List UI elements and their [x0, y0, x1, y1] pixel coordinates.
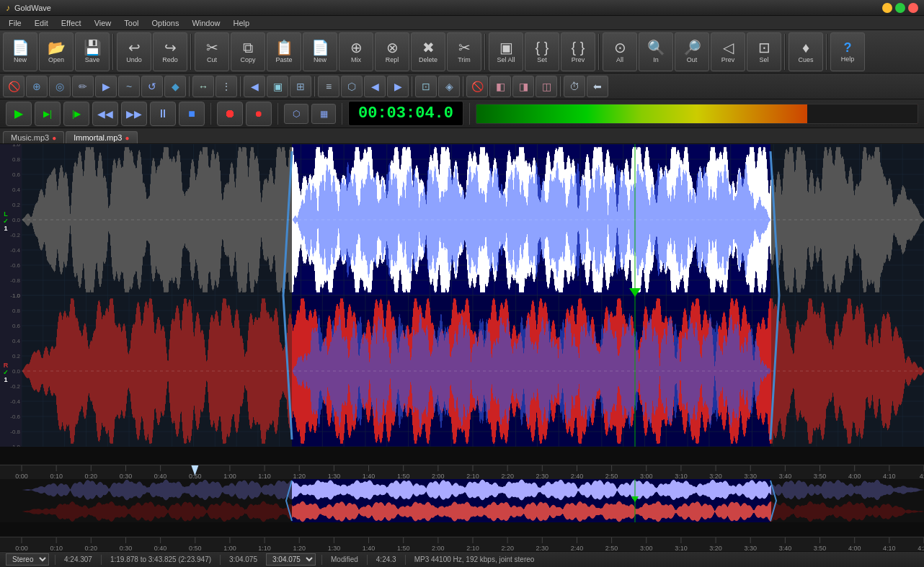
grid-icon[interactable]: ▣ — [267, 76, 288, 97]
tab-immortal[interactable]: Immortal.mp3● — [66, 131, 137, 143]
stop-icon[interactable]: 🚫 — [3, 76, 25, 97]
menu-effect[interactable]: Effect — [55, 17, 87, 29]
tab-music[interactable]: Music.mp3● — [3, 131, 64, 143]
channel-mode-button[interactable]: ⬡ — [284, 104, 308, 124]
play-end-button[interactable]: |▶ — [63, 102, 89, 126]
menu-help[interactable]: Help — [228, 17, 256, 29]
maximize-button[interactable] — [895, 3, 905, 13]
hex-icon[interactable]: ⬡ — [341, 76, 363, 97]
edit-icon[interactable]: ✏ — [72, 76, 94, 97]
play2-icon[interactable]: ▶ — [95, 76, 117, 97]
back-icon[interactable]: ◀ — [244, 76, 265, 97]
new2-btn[interactable]: 📄New — [303, 32, 337, 71]
help-btn[interactable]: ?Help — [830, 32, 865, 71]
sel-btn[interactable]: ⊡Sel — [747, 32, 781, 71]
out-btn[interactable]: 🔎Out — [675, 32, 709, 71]
open-btn[interactable]: 📂Open — [39, 32, 74, 71]
toolbar2-separator — [189, 76, 190, 97]
menu-edit[interactable]: Edit — [29, 17, 54, 29]
save-btn[interactable]: 💾Save — [75, 32, 110, 71]
dots-icon[interactable]: ⋮ — [216, 76, 237, 97]
marker-icon[interactable]: ◈ — [438, 76, 460, 97]
half3-icon[interactable]: ◫ — [536, 76, 557, 97]
tab-close-music[interactable]: ● — [52, 134, 56, 142]
menu-file[interactable]: File — [3, 17, 27, 29]
mode-dropdown[interactable]: Stereo Mono — [6, 553, 49, 566]
position-label: 3:04.075 — [226, 555, 260, 563]
new-btn[interactable]: 📄New — [3, 32, 37, 71]
display-mode-button[interactable]: ▦ — [311, 104, 336, 124]
redo-btn[interactable]: ↪Redo — [153, 32, 187, 71]
rotate-icon[interactable]: ↺ — [141, 76, 163, 97]
sel2-icon[interactable]: ⊡ — [415, 76, 437, 97]
copy-btn[interactable]: ⧉Copy — [231, 32, 265, 71]
menu-icon[interactable]: ≡ — [318, 76, 339, 97]
status-bar: Stereo Mono 4:24.307 1:19.878 to 3:43.82… — [0, 551, 924, 567]
toolbar2-separator — [412, 76, 412, 97]
prev-icon[interactable]: ◀ — [364, 76, 386, 97]
half-icon[interactable]: ◧ — [489, 76, 511, 97]
diamond-icon[interactable]: ◆ — [164, 76, 186, 97]
set-btn[interactable]: { }Set — [525, 32, 559, 71]
mini-waveform-canvas[interactable] — [0, 479, 924, 522]
fast-forward-button[interactable]: ▶▶ — [121, 102, 147, 126]
wave-icon[interactable]: ~ — [118, 76, 140, 97]
plus-icon[interactable]: ⊞ — [290, 76, 311, 97]
waveform-canvas[interactable] — [0, 144, 924, 447]
position-dropdown[interactable]: 3:04.075 — [266, 553, 316, 566]
in-btn[interactable]: 🔍In — [639, 32, 673, 71]
record-selection-button[interactable]: ⏺ — [246, 102, 272, 126]
cut-btn[interactable]: ✂Cut — [195, 32, 229, 71]
delete-btn[interactable]: ✖Delete — [411, 32, 445, 71]
menu-options[interactable]: Options — [146, 17, 185, 29]
arrow-icon[interactable]: ⬅ — [587, 76, 608, 97]
block-icon[interactable]: 🚫 — [466, 76, 488, 97]
all-btn[interactable]: ⊙All — [603, 32, 637, 71]
half2-icon[interactable]: ◨ — [512, 76, 534, 97]
tab-bar: Music.mp3●Immortal.mp3● — [0, 128, 924, 144]
record-button[interactable]: ⏺ — [217, 102, 243, 126]
trim-btn[interactable]: ✂Trim — [447, 32, 481, 71]
next-icon[interactable]: ▶ — [387, 76, 409, 97]
modified-label: Modified — [328, 555, 361, 563]
transport-separator4 — [469, 103, 470, 125]
undo-btn[interactable]: ↩Undo — [117, 32, 151, 71]
menu-tool[interactable]: Tool — [118, 17, 144, 29]
close-button[interactable] — [908, 3, 918, 13]
format-label: MP3 44100 Hz, 192 kbps, joint stereo — [412, 555, 538, 563]
transport-separator2 — [277, 103, 278, 125]
pause-button[interactable]: ⏸ — [150, 102, 176, 126]
rewind-button[interactable]: ◀◀ — [92, 102, 118, 126]
status-sep1 — [55, 555, 55, 565]
mini-ruler-canvas — [0, 537, 924, 551]
expand-icon[interactable]: ↔ — [192, 76, 214, 97]
toolbar-separator — [598, 34, 600, 70]
toolbar2-separator — [560, 76, 561, 97]
mini-timeline-ruler — [0, 537, 924, 551]
waveform-area[interactable] — [0, 144, 924, 465]
cues-btn[interactable]: ♦Cues — [788, 32, 823, 71]
mix-btn[interactable]: ⊕Mix — [339, 32, 373, 71]
status-sep6 — [405, 555, 406, 565]
timer-icon[interactable]: ⏱ — [564, 76, 585, 97]
menu-view[interactable]: View — [89, 17, 117, 29]
prev2-btn[interactable]: ◁Prev — [711, 32, 745, 71]
prev-btn[interactable]: { }Prev — [561, 32, 595, 71]
selall-btn[interactable]: ▣Sel All — [489, 32, 523, 71]
duration-value: 4:24.307 — [64, 555, 92, 563]
stop-button[interactable]: ■ — [179, 102, 205, 126]
loop-icon[interactable]: ◎ — [49, 76, 71, 97]
toolbar-separator — [826, 34, 827, 70]
secondary-toolbar: 🚫⊕◎✏▶~↺◆↔⋮◀▣⊞≡⬡◀▶⊡◈🚫◧◨◫⏱⬅ — [0, 73, 924, 99]
minimize-button[interactable] — [882, 3, 892, 13]
move-icon[interactable]: ⊕ — [26, 76, 48, 97]
toolbar-separator — [112, 34, 114, 70]
paste-btn[interactable]: 📋Paste — [267, 32, 301, 71]
tab-close-immortal[interactable]: ● — [125, 134, 129, 142]
play-selection-button[interactable]: ▶| — [35, 102, 61, 126]
play-button[interactable]: ▶ — [6, 102, 32, 126]
menu-window[interactable]: Window — [186, 17, 226, 29]
tab-label: Music.mp3 — [11, 133, 49, 142]
mini-view[interactable] — [0, 479, 924, 537]
repl-btn[interactable]: ⊗Repl — [375, 32, 409, 71]
